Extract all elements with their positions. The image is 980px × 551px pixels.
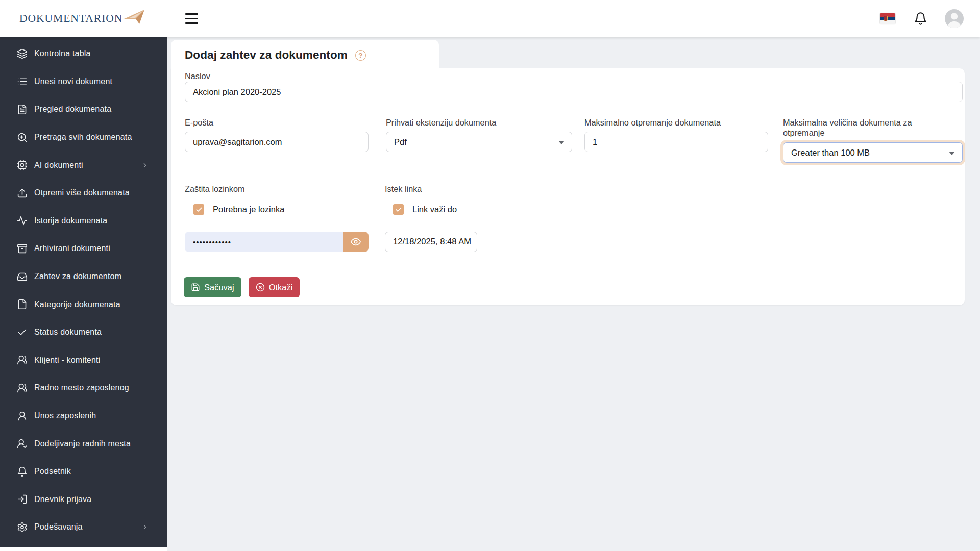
sidebar-item-kontrolna-tabla[interactable]: Kontrolna tabla [0, 40, 167, 68]
sidebar-item-arhivirani-dokumenti[interactable]: Arhivirani dokumenti [0, 235, 167, 263]
cpu-icon [17, 160, 28, 170]
naslov-input[interactable]: Akcioni plan 2020-2025 [185, 82, 963, 102]
max-size-select[interactable]: Greater than 100 MB [783, 142, 963, 163]
expiry-date-input[interactable]: 12/18/2025, 8:48 AM [385, 232, 477, 252]
notifications-button[interactable] [914, 12, 927, 26]
check-icon [395, 206, 402, 213]
cancel-button-label: Otkaži [269, 283, 293, 292]
save-button[interactable]: Sačuvaj [184, 277, 241, 297]
link-valid-label: Link važi do [412, 205, 457, 214]
file-text-icon [17, 104, 28, 115]
user-check-icon [17, 438, 28, 449]
sidebar-item-radno-mesto-zaposlenog[interactable]: Radno mesto zaposlenog [0, 374, 167, 402]
paper-plane-icon [124, 8, 145, 26]
sidebar-item-label: Unesi novi dokument [34, 77, 112, 86]
max-size-select-value: Greater than 100 MB [791, 148, 870, 158]
page-title-card: Dodaj zahtev za dokumentom ? [171, 40, 439, 70]
toggle-password-visibility-button[interactable] [343, 232, 369, 252]
sidebar-item-label: Pregled dokumenata [34, 105, 111, 114]
sidebar-item-pregled-dokumenata[interactable]: Pregled dokumenata [0, 95, 167, 123]
sidebar-item-label: Istorija dokumenata [34, 216, 107, 226]
sidebar-item-label: Pretraga svih dokumenata [34, 133, 132, 142]
upload-icon [17, 188, 28, 198]
sidebar-item-zahtev-za-dokumentom[interactable]: Zahtev za dokumentom [0, 263, 167, 291]
activity-icon [17, 215, 28, 226]
cancel-button[interactable]: Otkaži [249, 277, 300, 297]
max-docs-label: Maksimalno otpremanje dokumenata [584, 117, 768, 128]
email-label: E-pošta [185, 117, 369, 128]
sidebar-item-label: Podsetnik [34, 467, 71, 476]
extension-select-value: Pdf [394, 137, 407, 147]
chevron-down-icon [558, 141, 565, 144]
extension-select[interactable]: Pdf [386, 132, 572, 152]
gear-icon [17, 522, 28, 533]
naslov-label: Naslov [185, 71, 963, 81]
sidebar-item-label: Dnevnik prijava [34, 495, 91, 504]
email-input[interactable]: uprava@sagitarion.com [185, 132, 369, 152]
topbar-actions [880, 9, 964, 28]
sidebar-bottom-strip [0, 547, 167, 551]
check-icon [17, 327, 28, 338]
chevron-right-icon [141, 523, 149, 531]
login-icon [17, 494, 28, 505]
avatar[interactable] [945, 9, 964, 28]
expiry-section-label: Istek linka [385, 184, 422, 194]
sidebar-item-unesi-novi-dokument[interactable]: Unesi novi dokument [0, 68, 167, 96]
sidebar-item-ai-dokumenti[interactable]: AI dokumenti [0, 151, 167, 179]
file-icon [17, 299, 28, 310]
bell-icon [17, 466, 28, 477]
sidebar-item-dodeljivanje-radnih-mesta[interactable]: Dodeljivanje radnih mesta [0, 430, 167, 458]
sidebar-item-podsetnik[interactable]: Podsetnik [0, 458, 167, 486]
max-size-label: Maksimalna veličina dokumenta za otprema… [783, 117, 962, 138]
password-section-label: Zaštita lozinkom [185, 184, 245, 194]
brand-logo-text: DOKUMENTARION [19, 12, 122, 25]
document-request-form: Naslov Akcioni plan 2020-2025 E-pošta up… [171, 68, 965, 305]
sidebar-item-status-dokumenta[interactable]: Status dokumenta [0, 318, 167, 346]
user-silhouette-icon [945, 9, 964, 28]
sidebar-item-label: Arhivirani dokumenti [34, 244, 110, 253]
sidebar-item-unos-zaposlenih[interactable]: Unos zaposlenih [0, 402, 167, 430]
users-icon [17, 355, 28, 365]
user-icon [17, 411, 28, 421]
sidebar-nav: Kontrolna tablaUnesi novi dokumentPregle… [0, 40, 167, 541]
sidebar-item-pretraga-svih-dokumenata[interactable]: Pretraga svih dokumenata [0, 123, 167, 152]
sidebar-item-label: AI dokumenti [34, 161, 83, 170]
archive-icon [17, 243, 28, 254]
sidebar-item-label: Otpremi više dokumenata [34, 188, 130, 197]
circle-x-icon [256, 283, 265, 292]
sidebar-item-klijenti-komitenti[interactable]: Klijenti - komitenti [0, 346, 167, 374]
sidebar-item-kategorije-dokumenata[interactable]: Kategorije dokumenata [0, 290, 167, 318]
help-icon[interactable]: ? [355, 50, 366, 61]
layers-icon [17, 48, 28, 59]
sidebar-item-podešavanja[interactable]: Podešavanja [0, 513, 167, 541]
password-required-label: Potrebna je lozinka [213, 205, 284, 214]
inbox-icon [17, 271, 28, 282]
sidebar: Kontrolna tablaUnesi novi dokumentPregle… [0, 37, 167, 547]
menu-toggle-button[interactable] [185, 12, 198, 24]
zoom-in-icon [17, 132, 28, 143]
sidebar-item-istorija-dokumenata[interactable]: Istorija dokumenata [0, 207, 167, 235]
sidebar-item-label: Unos zaposlenih [34, 411, 96, 420]
chevron-down-icon [949, 152, 955, 155]
save-button-label: Sačuvaj [204, 283, 234, 292]
link-valid-checkbox[interactable] [393, 204, 404, 215]
sidebar-item-label: Status dokumenta [34, 328, 102, 337]
sidebar-item-label: Kategorije dokumenata [34, 300, 120, 309]
list-icon [17, 76, 28, 87]
sidebar-item-label: Kontrolna tabla [34, 49, 91, 58]
sidebar-item-otpremi-više-dokumenata[interactable]: Otpremi više dokumenata [0, 179, 167, 207]
serbia-flag-icon[interactable] [880, 13, 895, 24]
password-input[interactable]: •••••••••••• [185, 232, 343, 252]
users-icon [17, 383, 28, 393]
max-docs-input[interactable]: 1 [584, 132, 768, 152]
bell-icon [914, 12, 927, 26]
chevron-right-icon [141, 162, 149, 169]
password-required-checkbox[interactable] [193, 204, 204, 215]
page-title: Dodaj zahtev za dokumentom [185, 48, 348, 62]
save-icon [191, 283, 200, 292]
sidebar-item-label: Dodeljivanje radnih mesta [34, 439, 131, 448]
chevron-right-icon [141, 162, 149, 169]
sidebar-item-label: Podešavanja [34, 522, 83, 532]
sidebar-item-dnevnik-prijava[interactable]: Dnevnik prijava [0, 486, 167, 514]
eye-icon [350, 236, 361, 247]
